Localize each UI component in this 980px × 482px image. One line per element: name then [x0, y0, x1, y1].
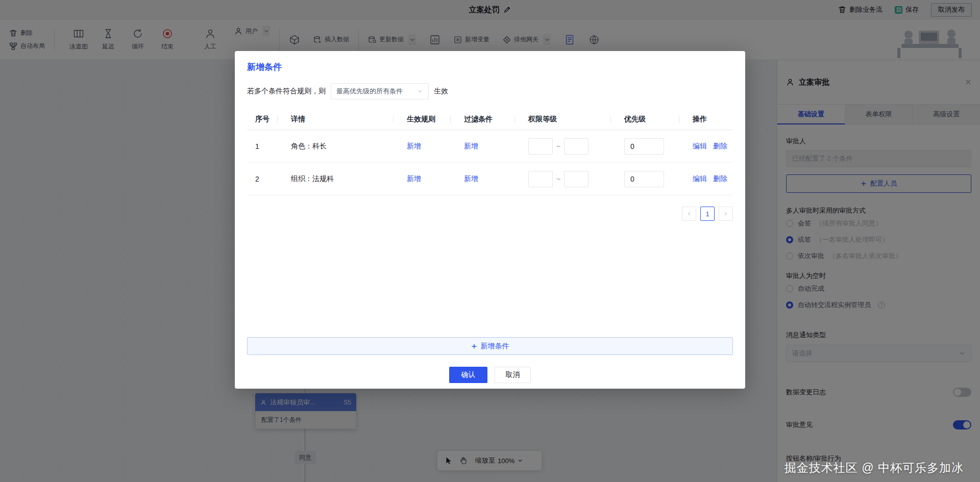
confirm-button[interactable]: 确认: [449, 367, 487, 383]
col-header-no: 序号: [247, 115, 283, 124]
rule-selected-value: 最高优先级的所有条件: [336, 87, 403, 96]
prev-page-button[interactable]: [682, 207, 696, 221]
flow-designer-app: 立案处罚 删除业务流 保存 取消发布 删除: [0, 0, 980, 482]
cancel-button[interactable]: 取消: [495, 367, 531, 383]
col-header-permission-level: 权限等级: [520, 115, 616, 124]
effective-rule-add-link[interactable]: 新增: [407, 174, 421, 183]
chevron-down-icon: [417, 88, 423, 94]
rule-suffix: 生效: [434, 87, 448, 96]
permission-min-input[interactable]: [528, 138, 553, 155]
add-condition-button[interactable]: 新增条件: [247, 337, 733, 355]
modal-title: 新增条件: [247, 61, 733, 73]
col-header-operations: 操作: [684, 115, 733, 124]
page-number-button[interactable]: 1: [700, 207, 715, 221]
row-detail: 组织：法规科: [283, 174, 399, 184]
modal-footer: 确认 取消: [235, 367, 745, 383]
watermark: 掘金技术社区 @ 中杯可乐多加冰: [785, 460, 964, 476]
permission-min-input[interactable]: [528, 171, 553, 187]
row-detail: 角色：科长: [283, 142, 399, 151]
effective-rule-add-link[interactable]: 新增: [407, 142, 421, 150]
chevron-left-icon: [686, 211, 692, 217]
col-header-detail: 详情: [283, 115, 399, 124]
rule-select[interactable]: 最高优先级的所有条件: [331, 83, 429, 99]
conditions-table: 序号 详情 生效规则 过滤条件 权限等级 优先级 操作 1 角色：科长 新增 新…: [247, 109, 733, 195]
table-row: 1 角色：科长 新增 新增 ~ 0 编辑 删除: [247, 130, 733, 163]
row-no: 1: [247, 142, 283, 150]
row-no: 2: [247, 175, 283, 183]
col-header-effective-rule: 生效规则: [399, 115, 456, 124]
add-condition-label: 新增条件: [481, 342, 509, 351]
filter-add-link[interactable]: 新增: [464, 142, 478, 150]
filter-add-link[interactable]: 新增: [464, 174, 478, 183]
delete-row-link[interactable]: 删除: [713, 142, 727, 151]
priority-input[interactable]: 0: [624, 171, 664, 187]
edit-row-link[interactable]: 编辑: [693, 174, 707, 184]
pagination: 1: [247, 207, 733, 221]
rule-row: 若多个条件符合规则，则 最高优先级的所有条件 生效: [247, 83, 733, 99]
chevron-right-icon: [723, 211, 729, 217]
next-page-button[interactable]: [719, 207, 733, 221]
col-header-filter: 过滤条件: [456, 115, 520, 124]
edit-row-link[interactable]: 编辑: [693, 142, 707, 151]
table-row: 2 组织：法规科 新增 新增 ~ 0 编辑 删除: [247, 163, 733, 195]
col-header-priority: 优先级: [616, 115, 684, 124]
permission-max-input[interactable]: [564, 138, 589, 155]
priority-input[interactable]: 0: [624, 138, 664, 155]
table-header-row: 序号 详情 生效规则 过滤条件 权限等级 优先级 操作: [247, 109, 733, 130]
add-condition-modal: 新增条件 若多个条件符合规则，则 最高优先级的所有条件 生效 序号 详情 生效规…: [235, 51, 745, 389]
rule-prefix: 若多个条件符合规则，则: [247, 87, 326, 96]
range-separator: ~: [556, 142, 560, 150]
range-separator: ~: [556, 175, 560, 183]
delete-row-link[interactable]: 删除: [713, 174, 727, 184]
plus-icon: [471, 343, 477, 349]
permission-max-input[interactable]: [564, 171, 589, 187]
